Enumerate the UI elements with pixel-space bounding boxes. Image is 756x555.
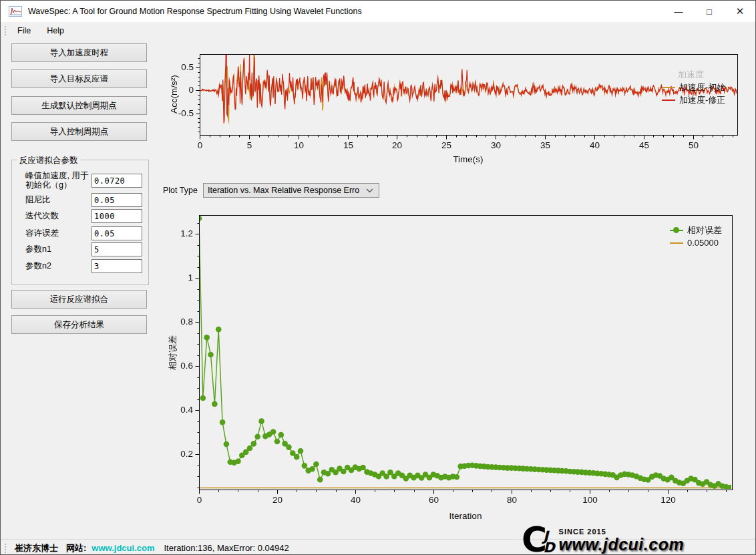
menu-bar: File Help (1, 22, 755, 39)
import-target-spectrum-button[interactable]: 导入目标反应谱 (11, 69, 147, 88)
window-controls: — □ ✕ (663, 1, 755, 22)
status-site-link[interactable]: www.jdcui.com (91, 543, 154, 553)
n1-label: 参数n1 (25, 244, 51, 254)
watermark-site: www.jdcui.com (559, 536, 685, 553)
status-info: Iteration:136, MaxError: 0.04942 (164, 543, 289, 553)
generate-default-periods-button[interactable]: 生成默认控制周期点 (11, 96, 147, 115)
menu-grip (5, 26, 8, 35)
params-group-title: 反应谱拟合参数 (17, 155, 81, 166)
import-accel-button[interactable]: 导入加速度时程 (11, 43, 147, 62)
accel-xlabel: Time(s) (428, 154, 508, 164)
app-icon (9, 6, 22, 17)
initial-series-swatch-icon (662, 87, 675, 88)
threshold-swatch-icon (670, 242, 683, 244)
error-xlabel: Iteration (425, 511, 506, 521)
accel-legend: 加速度 加速度-初始 加速度-修正 (662, 69, 725, 106)
jdcui-logo: C J D (522, 526, 555, 554)
maximize-button[interactable]: □ (694, 1, 725, 22)
legend-item-initial: 加速度-初始 (662, 81, 725, 94)
plot-type-select[interactable]: Iteration vs. Max Relative Response Erro (203, 183, 379, 198)
modified-series-swatch-icon (662, 100, 675, 101)
n2-input[interactable] (91, 259, 142, 273)
error-series-swatch-icon (670, 230, 683, 231)
error-legend: 相对误差 0.05000 (670, 224, 722, 249)
menu-item-file[interactable]: File (11, 24, 37, 37)
watermark-since: SINCE 2015 (559, 528, 685, 536)
menu-item-help[interactable]: Help (40, 24, 71, 37)
plot-type-selected-value: Iteration vs. Max Relative Response Erro (208, 186, 366, 195)
wavespec-window: WaveSpec: A Tool for Ground Motion Respo… (0, 0, 756, 555)
iterations-input[interactable] (91, 209, 142, 223)
pga-label: 峰值加速度, 用于 初始化（g） (25, 171, 88, 190)
tolerance-label: 容许误差 (25, 228, 59, 238)
close-button[interactable]: ✕ (725, 1, 755, 22)
error-ylabel: 相对误差 (167, 335, 179, 370)
n1-input[interactable] (91, 242, 142, 256)
status-author: 崔济东博士 (15, 542, 58, 554)
window-title: WaveSpec: A Tool for Ground Motion Respo… (28, 7, 362, 16)
run-fitting-button[interactable]: 运行反应谱拟合 (11, 290, 147, 309)
import-control-periods-button[interactable]: 导入控制周期点 (11, 122, 147, 141)
n2-label: 参数n2 (25, 261, 51, 270)
legend-item-modified: 加速度-修正 (662, 94, 725, 106)
status-grip (5, 544, 8, 553)
jdcui-watermark: C J D SINCE 2015 www.jdcui.com (522, 515, 695, 554)
accel-legend-title: 加速度 (678, 69, 725, 81)
plot-type-label: Plot Type (163, 186, 198, 195)
accel-ylabel: Acc(m/s²) (169, 75, 179, 114)
pga-input[interactable] (91, 174, 142, 188)
save-results-button[interactable]: 保存分析结果 (11, 315, 147, 334)
iterations-label: 迭代次数 (25, 211, 59, 220)
title-bar: WaveSpec: A Tool for Ground Motion Respo… (1, 1, 755, 23)
chevron-down-icon (366, 188, 373, 193)
status-site-label: 网站: (66, 542, 86, 554)
error-chart-canvas (161, 204, 756, 508)
legend-item-threshold: 0.05000 (670, 236, 722, 249)
damping-label: 阻尼比 (25, 195, 51, 204)
damping-input[interactable] (91, 193, 142, 207)
tolerance-input[interactable] (91, 226, 142, 240)
legend-item-error: 相对误差 (670, 224, 722, 236)
minimize-button[interactable]: — (663, 1, 694, 22)
